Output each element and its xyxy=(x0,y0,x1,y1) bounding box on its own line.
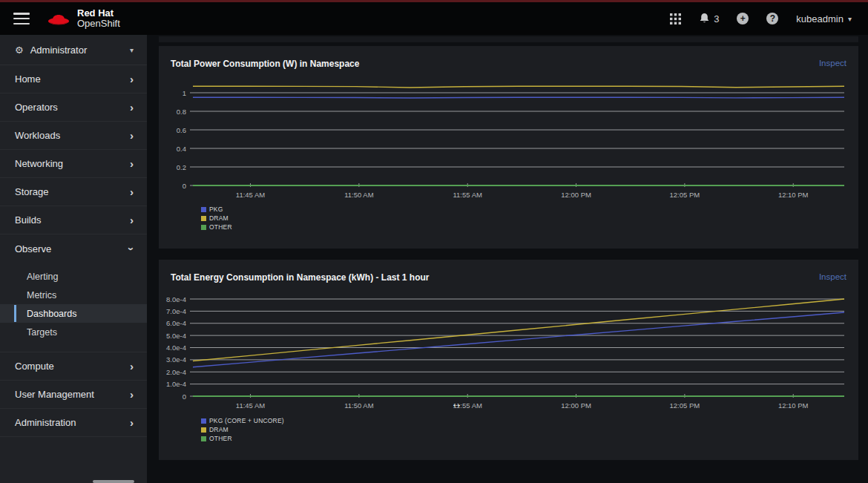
add-button[interactable]: + xyxy=(737,13,749,24)
username: kubeadmin xyxy=(796,13,844,24)
caret-down-icon: ▾ xyxy=(848,15,852,23)
legend-label: OTHER xyxy=(209,223,232,231)
sidebar-item-label: Builds xyxy=(15,214,41,226)
sidebar-item-label: Operators xyxy=(15,102,58,113)
legend-label: DRAM xyxy=(209,214,228,222)
svg-text:0: 0 xyxy=(183,182,186,190)
question-circle-icon: ? xyxy=(766,13,778,24)
sidebar-item-label: User Management xyxy=(15,389,94,400)
notifications-button[interactable]: 3 xyxy=(699,13,719,24)
gears-icon: ⚙ xyxy=(15,45,24,56)
legend-swatch xyxy=(201,436,206,441)
menu-icon xyxy=(13,18,30,20)
sidebar-item-administration[interactable]: Administration › xyxy=(0,409,147,437)
legend-label: DRAM xyxy=(209,426,228,433)
chevron-down-icon: › xyxy=(125,247,138,251)
sidebar-item-builds[interactable]: Builds › xyxy=(0,206,147,234)
legend-label: PKG xyxy=(209,206,223,213)
legend-swatch xyxy=(201,207,206,212)
power-consumption-panel: 00.20.40.60.8111:45 AM11:50 AM11:55 AM12… xyxy=(159,46,858,249)
sidebar-item-label: Workloads xyxy=(15,130,60,141)
svg-text:11:45 AM: 11:45 AM xyxy=(236,191,266,199)
user-menu[interactable]: kubeadmin ▾ xyxy=(796,13,852,24)
partial-card-edge xyxy=(159,36,858,42)
chart-legend: PKG (CORE + UNCORE)DRAMOTHER xyxy=(201,416,284,443)
sidebar-subitem-alerting[interactable]: Alerting xyxy=(0,267,147,286)
caret-down-icon: ▾ xyxy=(130,46,134,54)
sidebar-item-operators[interactable]: Operators › xyxy=(0,93,147,122)
svg-text:12:10 PM: 12:10 PM xyxy=(778,401,809,410)
resize-h-cursor-icon: ↔ xyxy=(451,397,462,410)
sidebar-item-label: Compute xyxy=(15,361,54,372)
sidebar-item-user-management[interactable]: User Management › xyxy=(0,381,147,409)
svg-text:0.8: 0.8 xyxy=(177,108,186,116)
sidebar-item-networking[interactable]: Networking › xyxy=(0,150,147,178)
sidebar-item-label: Observe xyxy=(15,243,51,254)
svg-text:12:00 PM: 12:00 PM xyxy=(561,191,591,199)
svg-text:4.0e-4: 4.0e-4 xyxy=(166,344,186,352)
svg-text:11:50 AM: 11:50 AM xyxy=(344,401,374,410)
plus-circle-icon: + xyxy=(737,13,749,24)
sidebar-item-storage[interactable]: Storage › xyxy=(0,178,147,206)
menu-icon xyxy=(13,13,30,15)
sidebar-item-label: Home xyxy=(15,73,41,85)
svg-text:1.0e-4: 1.0e-4 xyxy=(166,380,186,388)
sidebar-item-workloads[interactable]: Workloads › xyxy=(0,122,147,150)
sidebar-item-label: Networking xyxy=(15,158,63,169)
app-launcher-button[interactable] xyxy=(670,13,681,24)
svg-text:11:50 AM: 11:50 AM xyxy=(344,191,374,199)
legend-label: OTHER xyxy=(209,435,232,442)
svg-text:5.0e-4: 5.0e-4 xyxy=(166,332,186,340)
sidebar-subitem-targets[interactable]: Targets xyxy=(0,323,147,341)
inspect-link[interactable]: Inspect xyxy=(819,59,846,68)
nav-toggle-button[interactable] xyxy=(13,13,30,24)
observe-submenu: Alerting Metrics Dashboards Targets xyxy=(0,263,147,352)
page: Red Hat OpenShift 3 xyxy=(0,0,868,483)
legend-item: OTHER xyxy=(201,223,232,231)
sidebar-item-home[interactable]: Home › xyxy=(0,65,147,93)
svg-text:11:55 AM: 11:55 AM xyxy=(453,191,483,199)
sidebar-item-observe[interactable]: Observe › xyxy=(0,234,147,263)
sidebar-subitem-label: Targets xyxy=(27,327,57,338)
horizontal-scrollbar-thumb[interactable] xyxy=(93,480,134,483)
sidebar-subitem-dashboards[interactable]: Dashboards xyxy=(0,304,147,323)
sidebar-item-compute[interactable]: Compute › xyxy=(0,352,147,381)
svg-text:7.0e-4: 7.0e-4 xyxy=(166,307,186,315)
svg-text:0.6: 0.6 xyxy=(177,126,186,134)
legend-swatch xyxy=(201,216,206,221)
sidebar-subitem-label: Metrics xyxy=(27,290,56,300)
svg-text:1: 1 xyxy=(183,89,186,97)
svg-text:2.0e-4: 2.0e-4 xyxy=(166,368,186,376)
svg-text:8.0e-4: 8.0e-4 xyxy=(166,295,186,303)
legend-item: PKG xyxy=(201,205,232,214)
perspective-switcher[interactable]: ⚙ Administrator ▾ xyxy=(0,35,147,65)
svg-text:12:10 PM: 12:10 PM xyxy=(778,191,809,199)
svg-text:6.0e-4: 6.0e-4 xyxy=(166,319,186,327)
legend-item: OTHER xyxy=(201,434,284,443)
chevron-right-icon: › xyxy=(130,214,134,226)
chevron-right-icon: › xyxy=(130,101,134,114)
legend-swatch xyxy=(201,225,206,230)
svg-text:12:05 PM: 12:05 PM xyxy=(670,401,700,410)
bell-icon xyxy=(699,13,710,24)
legend-item: DRAM xyxy=(201,214,232,223)
sidebar-subitem-metrics[interactable]: Metrics xyxy=(0,286,147,304)
help-button[interactable]: ? xyxy=(766,13,778,24)
power-consumption-chart: 00.20.40.60.8111:45 AM11:50 AM11:55 AM12… xyxy=(159,46,858,249)
brand-subtitle: OpenShift xyxy=(77,19,120,29)
legend-swatch xyxy=(201,418,206,424)
chevron-right-icon: › xyxy=(130,388,134,401)
legend-item: PKG (CORE + UNCORE) xyxy=(201,416,284,425)
chevron-right-icon: › xyxy=(130,157,134,170)
svg-text:0.2: 0.2 xyxy=(177,163,186,171)
svg-text:12:00 PM: 12:00 PM xyxy=(561,401,591,410)
sidebar-subitem-label: Alerting xyxy=(27,272,58,282)
app-header: Red Hat OpenShift 3 xyxy=(0,0,868,35)
main-content: 00.20.40.60.8111:45 AM11:50 AM11:55 AM12… xyxy=(147,35,868,483)
chevron-right-icon: › xyxy=(130,73,134,85)
redhat-openshift-logo: Red Hat OpenShift xyxy=(46,8,120,30)
svg-text:3.0e-4: 3.0e-4 xyxy=(166,355,186,364)
panel-title: Total Energy Consumption in Namespace (k… xyxy=(171,272,429,283)
panel-title: Total Power Consumption (W) in Namespace xyxy=(171,59,359,69)
inspect-link[interactable]: Inspect xyxy=(819,272,846,281)
